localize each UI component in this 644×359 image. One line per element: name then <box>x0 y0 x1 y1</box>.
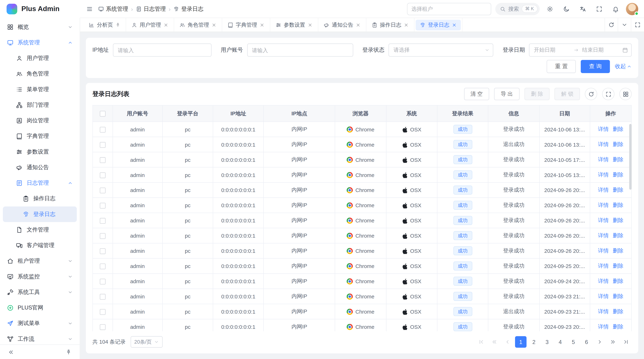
detail-link[interactable]: 详情 <box>598 126 609 132</box>
page-tab[interactable]: 角色管理 <box>175 19 220 30</box>
detail-link[interactable]: 详情 <box>598 324 609 330</box>
sidebar-menu-item[interactable]: 参数设置 <box>3 144 77 160</box>
pin-icon[interactable] <box>116 22 120 27</box>
page-number-button[interactable]: 6 <box>581 336 592 348</box>
last-page-button[interactable] <box>620 336 632 348</box>
detail-link[interactable]: 详情 <box>598 247 609 254</box>
query-button[interactable]: 查 询 <box>581 60 610 73</box>
user-avatar[interactable] <box>626 3 638 15</box>
sidebar-menu-item[interactable]: 操作日志 <box>3 191 77 207</box>
sidebar-menu-item[interactable]: 文件管理 <box>3 222 77 238</box>
page-tab[interactable]: 字典管理 <box>224 19 269 30</box>
detail-link[interactable]: 详情 <box>598 308 609 314</box>
unlock-button[interactable]: 解 锁 <box>554 88 580 100</box>
close-tab-icon[interactable] <box>356 22 361 27</box>
row-checkbox[interactable] <box>100 127 105 132</box>
close-tab-icon[interactable] <box>308 22 313 27</box>
row-checkbox[interactable] <box>100 279 105 284</box>
fullscreen-table-button[interactable] <box>602 88 614 100</box>
page-tab[interactable]: 分析页 <box>84 19 124 30</box>
sidebar-menu-item[interactable]: 岗位管理 <box>3 113 77 128</box>
page-tab[interactable]: 操作日志 <box>368 19 413 30</box>
next-page-button[interactable] <box>594 336 605 348</box>
detail-link[interactable]: 详情 <box>598 141 609 147</box>
sidebar-menu-item[interactable]: 登录日志 <box>3 207 77 222</box>
close-tab-icon[interactable] <box>164 22 168 27</box>
row-checkbox[interactable] <box>100 172 105 178</box>
delete-link[interactable]: 删除 <box>613 141 624 147</box>
row-checkbox[interactable] <box>100 309 105 315</box>
delete-link[interactable]: 删除 <box>613 247 624 254</box>
dark-mode-toggle[interactable] <box>560 3 572 15</box>
detail-link[interactable]: 详情 <box>598 217 609 223</box>
export-button[interactable]: 导 出 <box>494 88 519 100</box>
language-toggle[interactable] <box>576 3 589 15</box>
row-checkbox[interactable] <box>100 157 105 163</box>
detail-link[interactable]: 详情 <box>598 156 609 163</box>
detail-link[interactable]: 详情 <box>598 202 609 208</box>
close-tab-icon[interactable] <box>212 22 216 27</box>
delete-link[interactable]: 删除 <box>613 217 624 223</box>
sidebar-menu-item[interactable]: 用户管理 <box>3 50 77 66</box>
delete-link[interactable]: 删除 <box>613 172 624 178</box>
table-scrollbar[interactable] <box>629 124 632 190</box>
row-checkbox[interactable] <box>100 188 105 193</box>
sidebar-menu-item[interactable]: 通知公告 <box>3 160 77 175</box>
next-group-button[interactable] <box>607 336 618 348</box>
date-range-picker[interactable]: 开始日期 结束日期 <box>529 43 632 56</box>
row-checkbox[interactable] <box>100 324 105 330</box>
delete-button[interactable]: 删 除 <box>524 88 550 100</box>
page-number-button[interactable]: 5 <box>568 336 579 348</box>
fullscreen-button[interactable] <box>593 3 605 15</box>
ip-input[interactable] <box>113 43 212 56</box>
page-tab[interactable]: 参数设置 <box>272 19 317 30</box>
sidebar-toggle-button[interactable] <box>83 3 96 15</box>
sidebar-menu-item[interactable]: 部门管理 <box>3 97 77 113</box>
delete-link[interactable]: 删除 <box>613 232 624 238</box>
sidebar-menu-item[interactable]: 客户端管理 <box>3 238 77 253</box>
page-tab[interactable]: 登录日志 <box>416 19 461 30</box>
delete-link[interactable]: 删除 <box>613 126 624 132</box>
row-checkbox[interactable] <box>100 263 105 269</box>
row-checkbox[interactable] <box>100 218 105 224</box>
delete-link[interactable]: 删除 <box>613 278 624 284</box>
account-input[interactable] <box>247 43 353 56</box>
global-search[interactable]: 搜索 ⌘ K <box>495 3 540 15</box>
page-size-select[interactable]: 20条/页 <box>130 336 163 348</box>
sidebar-menu-item[interactable]: 日志管理 <box>3 175 77 191</box>
row-checkbox[interactable] <box>100 233 105 239</box>
select-all-checkbox[interactable] <box>100 111 105 117</box>
delete-link[interactable]: 删除 <box>613 202 624 208</box>
close-tab-icon[interactable] <box>404 22 409 27</box>
sidebar-menu-item[interactable]: 系统监控 <box>3 269 77 285</box>
sidebar-menu-item[interactable]: PLUS官网 <box>3 300 77 316</box>
close-tab-icon[interactable] <box>260 22 264 27</box>
reset-button[interactable]: 重 置 <box>547 60 576 73</box>
first-page-button[interactable] <box>476 336 487 348</box>
detail-link[interactable]: 详情 <box>598 263 609 269</box>
delete-link[interactable]: 删除 <box>613 308 624 314</box>
prev-page-button[interactable] <box>502 336 514 348</box>
sidebar-menu-item[interactable]: 系统工具 <box>3 285 77 300</box>
pin-sidebar-button[interactable] <box>62 346 75 358</box>
delete-link[interactable]: 删除 <box>613 293 624 299</box>
delete-link[interactable]: 删除 <box>613 263 624 269</box>
row-checkbox[interactable] <box>100 294 105 300</box>
close-tab-icon[interactable] <box>452 22 457 27</box>
tab-options-button[interactable] <box>618 18 631 32</box>
breadcrumb-item[interactable]: 日志管理 <box>136 5 166 12</box>
tenant-select[interactable] <box>407 3 491 15</box>
settings-button[interactable] <box>544 3 556 15</box>
column-settings-button[interactable] <box>619 88 632 100</box>
sidebar-menu-item[interactable]: 测试菜单 <box>3 316 77 331</box>
sidebar-menu-item[interactable]: 字典管理 <box>3 129 77 144</box>
breadcrumb-item[interactable]: 登录日志 <box>174 5 204 12</box>
row-checkbox[interactable] <box>100 203 105 208</box>
collapse-filters-link[interactable]: 收起 <box>615 63 632 70</box>
page-number-button[interactable]: 3 <box>541 336 553 348</box>
notifications-button[interactable] <box>610 3 622 15</box>
row-checkbox[interactable] <box>100 142 105 148</box>
sidebar-menu-item[interactable]: 工作流 <box>3 331 77 344</box>
delete-link[interactable]: 删除 <box>613 324 624 330</box>
page-number-button[interactable]: 1 <box>515 336 526 348</box>
